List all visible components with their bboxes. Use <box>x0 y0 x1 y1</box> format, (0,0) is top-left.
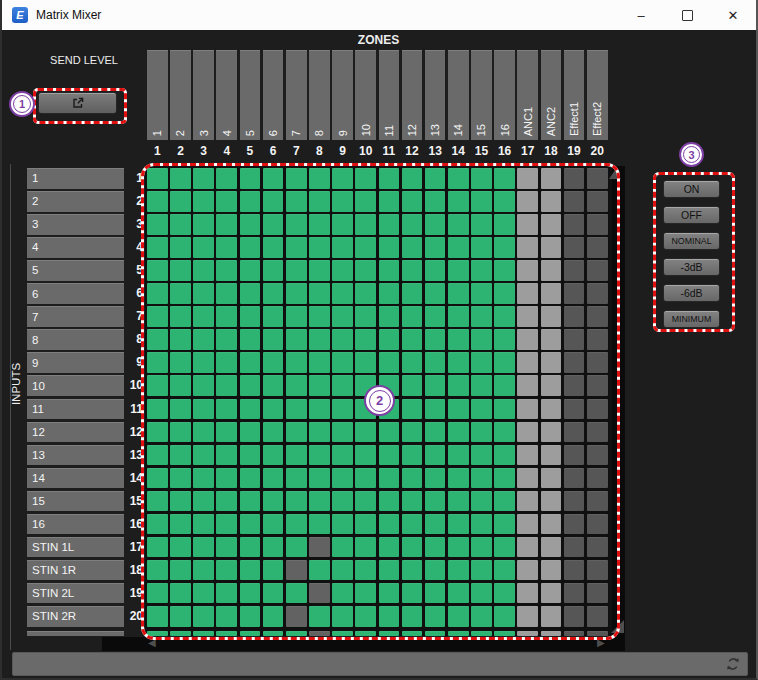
matrix-cell[interactable] <box>402 329 423 350</box>
matrix-cell[interactable] <box>402 260 423 281</box>
matrix-cell[interactable] <box>263 260 284 281</box>
matrix-cell[interactable] <box>425 191 446 212</box>
matrix-cell[interactable] <box>263 283 284 304</box>
matrix-cell[interactable] <box>402 306 423 327</box>
matrix-cell[interactable] <box>425 560 446 581</box>
matrix-cell[interactable] <box>471 468 492 489</box>
matrix-cell[interactable] <box>216 606 237 627</box>
matrix-cell[interactable] <box>147 260 168 281</box>
matrix-cell[interactable] <box>309 514 330 535</box>
matrix-cell[interactable] <box>517 583 538 604</box>
matrix-cell[interactable] <box>517 468 538 489</box>
input-row-label[interactable]: 15 <box>27 491 124 512</box>
matrix-cell[interactable] <box>216 422 237 443</box>
matrix-cell[interactable] <box>147 399 168 420</box>
matrix-cell[interactable] <box>587 283 608 304</box>
matrix-cell[interactable] <box>564 260 585 281</box>
matrix-cell[interactable] <box>379 283 400 304</box>
matrix-cell[interactable] <box>471 352 492 373</box>
matrix-cell[interactable] <box>147 583 168 604</box>
matrix-cell[interactable] <box>332 583 353 604</box>
preset-off-button[interactable]: OFF <box>663 206 720 224</box>
matrix-cell[interactable] <box>193 583 214 604</box>
matrix-cell[interactable] <box>147 237 168 258</box>
matrix-cell[interactable] <box>240 560 261 581</box>
zone-column-header[interactable]: 2 <box>170 50 191 140</box>
matrix-cell[interactable] <box>587 422 608 443</box>
matrix-cell[interactable] <box>541 422 562 443</box>
matrix-cell[interactable] <box>263 422 284 443</box>
matrix-cell[interactable] <box>425 260 446 281</box>
matrix-cell[interactable] <box>216 445 237 466</box>
matrix-cell[interactable] <box>147 514 168 535</box>
input-row-label[interactable]: 1 <box>27 168 124 189</box>
matrix-cell[interactable] <box>147 306 168 327</box>
matrix-cell[interactable] <box>379 537 400 558</box>
matrix-cell[interactable] <box>517 306 538 327</box>
matrix-cell[interactable] <box>494 375 515 396</box>
matrix-cell[interactable] <box>517 422 538 443</box>
matrix-cell[interactable] <box>309 329 330 350</box>
matrix-cell[interactable] <box>379 514 400 535</box>
matrix-cell[interactable] <box>332 399 353 420</box>
matrix-cell[interactable] <box>263 237 284 258</box>
matrix-cell[interactable] <box>402 399 423 420</box>
matrix-cell[interactable] <box>216 306 237 327</box>
matrix-cell[interactable] <box>263 352 284 373</box>
matrix-cell[interactable] <box>425 329 446 350</box>
matrix-cell[interactable] <box>379 168 400 189</box>
matrix-cell[interactable] <box>286 214 307 235</box>
matrix-cell[interactable] <box>309 491 330 512</box>
matrix-cell[interactable] <box>494 168 515 189</box>
matrix-cell[interactable] <box>193 214 214 235</box>
matrix-cell[interactable] <box>286 445 307 466</box>
matrix-cell[interactable] <box>402 191 423 212</box>
input-row-label[interactable]: 7 <box>27 306 124 327</box>
matrix-cell[interactable] <box>471 399 492 420</box>
matrix-cell[interactable] <box>564 606 585 627</box>
matrix-cell[interactable] <box>494 399 515 420</box>
matrix-cell[interactable] <box>564 560 585 581</box>
matrix-cell[interactable] <box>193 468 214 489</box>
matrix-cell[interactable] <box>448 560 469 581</box>
matrix-cell[interactable] <box>448 375 469 396</box>
matrix-cell[interactable] <box>193 191 214 212</box>
matrix-cell[interactable] <box>240 583 261 604</box>
preset-minimum-button[interactable]: MINIMUM <box>663 310 720 328</box>
vertical-scrollbar[interactable] <box>612 166 625 650</box>
matrix-cell[interactable] <box>402 352 423 373</box>
matrix-cell[interactable] <box>564 214 585 235</box>
matrix-cell[interactable] <box>263 375 284 396</box>
zone-column-header[interactable]: Effect1 <box>564 50 585 140</box>
matrix-cell[interactable] <box>355 306 376 327</box>
matrix-cell[interactable] <box>170 445 191 466</box>
matrix-cell[interactable] <box>240 514 261 535</box>
matrix-cell[interactable] <box>240 422 261 443</box>
matrix-cell[interactable] <box>286 191 307 212</box>
matrix-cell[interactable] <box>471 214 492 235</box>
matrix-cell[interactable] <box>379 445 400 466</box>
matrix-cell[interactable] <box>286 352 307 373</box>
matrix-cell[interactable] <box>564 168 585 189</box>
matrix-cell[interactable] <box>216 352 237 373</box>
matrix-cell[interactable] <box>355 168 376 189</box>
matrix-cell[interactable] <box>494 491 515 512</box>
matrix-cell[interactable] <box>425 468 446 489</box>
matrix-cell[interactable] <box>494 191 515 212</box>
matrix-cell[interactable] <box>240 168 261 189</box>
matrix-cell[interactable] <box>494 352 515 373</box>
zone-column-header[interactable]: ANC2 <box>541 50 562 140</box>
matrix-cell[interactable] <box>263 329 284 350</box>
matrix-cell[interactable] <box>193 445 214 466</box>
matrix-cell[interactable] <box>240 283 261 304</box>
matrix-cell[interactable] <box>564 283 585 304</box>
matrix-cell[interactable] <box>263 214 284 235</box>
matrix-cell[interactable] <box>309 375 330 396</box>
matrix-cell[interactable] <box>402 237 423 258</box>
matrix-cell[interactable] <box>402 214 423 235</box>
matrix-cell[interactable] <box>240 329 261 350</box>
matrix-cell[interactable] <box>263 583 284 604</box>
zone-column-header[interactable]: 12 <box>402 50 423 140</box>
matrix-cell[interactable] <box>170 514 191 535</box>
matrix-cell[interactable] <box>147 537 168 558</box>
